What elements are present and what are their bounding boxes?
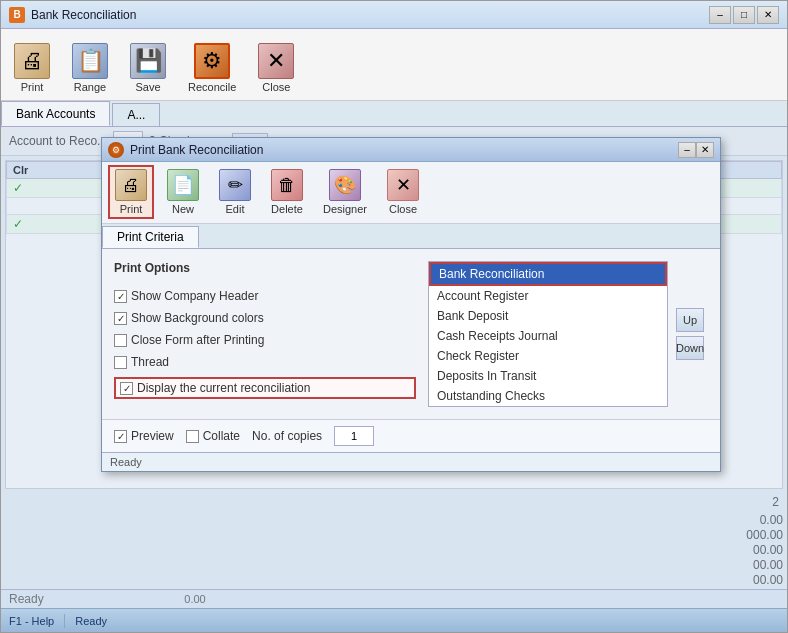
preview-checkbox[interactable]: ✓ Preview	[114, 429, 174, 443]
save-toolbar-icon: 💾	[130, 43, 166, 79]
minimize-button[interactable]: –	[709, 6, 731, 24]
show-company-header-label: Show Company Header	[131, 289, 258, 303]
app-icon: B	[9, 7, 25, 23]
footer-status: Ready	[75, 615, 107, 627]
print-toolbar-icon: 🖨	[14, 43, 50, 79]
collate-label: Collate	[203, 429, 240, 443]
report-item-cash-receipts-journal[interactable]: Cash Receipts Journal	[429, 326, 667, 346]
tab-adjustments[interactable]: A...	[112, 103, 160, 126]
show-bg-label: Show Background colors	[131, 311, 264, 325]
close-toolbar-label: Close	[262, 81, 290, 93]
copies-input[interactable]	[334, 426, 374, 446]
close-form-cb	[114, 334, 127, 347]
down-button[interactable]: Down	[676, 336, 704, 360]
close-form-checkbox[interactable]: Close Form after Printing	[114, 333, 264, 347]
modal-close-btn[interactable]: –	[678, 142, 696, 158]
modal-toolbar: 🖨 Print 📄 New ✏ Edit 🗑 Delete	[102, 162, 720, 224]
modal-print-button[interactable]: 🖨 Print	[108, 165, 154, 219]
modal-edit-icon: ✏	[219, 169, 251, 201]
display-current-label: Display the current reconciliation	[137, 381, 310, 395]
modal-designer-button[interactable]: 🎨 Designer	[316, 165, 374, 219]
title-bar: B Bank Reconciliation – □ ✕	[1, 1, 787, 29]
show-bg-colors-checkbox[interactable]: ✓ Show Background colors	[114, 311, 264, 325]
tab-bank-accounts[interactable]: Bank Accounts	[1, 101, 110, 126]
reconcile-toolbar-icon: ⚙	[194, 43, 230, 79]
option-show-company: ✓ Show Company Header	[114, 289, 416, 303]
modal-print-label: Print	[120, 203, 143, 215]
thread-label: Thread	[131, 355, 169, 369]
option-display-current: ✓ Display the current reconciliation	[114, 377, 416, 399]
modal-content: Print Options ✓ Show Company Header ✓ Sh…	[102, 249, 720, 419]
modal-designer-label: Designer	[323, 203, 367, 215]
title-bar-buttons: – □ ✕	[709, 6, 779, 24]
report-item-account-register[interactable]: Account Register	[429, 286, 667, 306]
save-toolbar-label: Save	[135, 81, 160, 93]
modal-title: Print Bank Reconciliation	[130, 143, 678, 157]
report-item-check-register[interactable]: Check Register	[429, 346, 667, 366]
modal-tab-print-criteria[interactable]: Print Criteria	[102, 226, 199, 248]
modal-delete-label: Delete	[271, 203, 303, 215]
modal-overlay: ⚙ Print Bank Reconciliation – ✕ 🖨 Print …	[1, 127, 787, 608]
modal-new-icon: 📄	[167, 169, 199, 201]
report-area: Bank Reconciliation Account Register Ban…	[428, 261, 708, 407]
modal-new-label: New	[172, 203, 194, 215]
modal-tabs: Print Criteria	[102, 224, 720, 249]
modal-print-icon: 🖨	[115, 169, 147, 201]
modal-close-toolbar-button[interactable]: ✕ Close	[380, 165, 426, 219]
modal-title-bar: ⚙ Print Bank Reconciliation – ✕	[102, 138, 720, 162]
maximize-button[interactable]: □	[733, 6, 755, 24]
print-toolbar-label: Print	[21, 81, 44, 93]
close-toolbar-icon: ✕	[258, 43, 294, 79]
footer-bar: F1 - Help Ready	[1, 608, 787, 632]
save-toolbar-button[interactable]: 💾 Save	[123, 40, 173, 96]
option-show-bg: ✓ Show Background colors	[114, 311, 416, 325]
range-toolbar-button[interactable]: 📋 Range	[65, 40, 115, 96]
close-main-button[interactable]: ✕	[757, 6, 779, 24]
thread-checkbox[interactable]: Thread	[114, 355, 169, 369]
modal-x-btn[interactable]: ✕	[696, 142, 714, 158]
thread-cb	[114, 356, 127, 369]
reconcile-toolbar-button[interactable]: ⚙ Reconcile	[181, 40, 243, 96]
display-current-checkbox[interactable]: ✓ Display the current reconciliation	[120, 381, 310, 395]
main-title: Bank Reconciliation	[31, 8, 709, 22]
modal-new-button[interactable]: 📄 New	[160, 165, 206, 219]
report-item-bank-deposit[interactable]: Bank Deposit	[429, 306, 667, 326]
close-toolbar-button[interactable]: ✕ Close	[251, 40, 301, 96]
modal-edit-label: Edit	[226, 203, 245, 215]
footer-separator	[64, 614, 65, 628]
modal-close-toolbar-label: Close	[389, 203, 417, 215]
modal-window: ⚙ Print Bank Reconciliation – ✕ 🖨 Print …	[101, 137, 721, 472]
modal-status: Ready	[102, 452, 720, 471]
show-company-header-cb: ✓	[114, 290, 127, 303]
collate-cb	[186, 430, 199, 443]
report-list: Bank Reconciliation Account Register Ban…	[429, 262, 667, 406]
copies-label: No. of copies	[252, 429, 322, 443]
print-toolbar-button[interactable]: 🖨 Print	[7, 40, 57, 96]
show-company-header-checkbox[interactable]: ✓ Show Company Header	[114, 289, 258, 303]
option-close-form: Close Form after Printing	[114, 333, 416, 347]
print-options-title: Print Options	[114, 261, 416, 275]
report-list-panel: Bank Reconciliation Account Register Ban…	[428, 261, 668, 407]
show-bg-cb: ✓	[114, 312, 127, 325]
modal-close-toolbar-icon: ✕	[387, 169, 419, 201]
modal-delete-button[interactable]: 🗑 Delete	[264, 165, 310, 219]
preview-cb: ✓	[114, 430, 127, 443]
report-item-bank-reconciliation[interactable]: Bank Reconciliation	[429, 262, 667, 286]
modal-title-icon: ⚙	[108, 142, 124, 158]
report-item-deposits-in-transit[interactable]: Deposits In Transit	[429, 366, 667, 386]
collate-checkbox[interactable]: Collate	[186, 429, 240, 443]
ud-buttons: Up Down	[672, 261, 708, 407]
modal-edit-button[interactable]: ✏ Edit	[212, 165, 258, 219]
display-current-cb: ✓	[120, 382, 133, 395]
report-item-outstanding-checks[interactable]: Outstanding Checks	[429, 386, 667, 406]
up-button[interactable]: Up	[676, 308, 704, 332]
modal-designer-icon: 🎨	[329, 169, 361, 201]
close-form-label: Close Form after Printing	[131, 333, 264, 347]
print-options-panel: Print Options ✓ Show Company Header ✓ Sh…	[114, 261, 416, 407]
content-area: Account to Reco... 3 Checks an... r All …	[1, 127, 787, 608]
modal-delete-icon: 🗑	[271, 169, 303, 201]
main-window: B Bank Reconciliation – □ ✕ 🖨 Print 📋 Ra…	[0, 0, 788, 633]
reconcile-toolbar-label: Reconcile	[188, 81, 236, 93]
help-link[interactable]: F1 - Help	[9, 615, 54, 627]
range-toolbar-icon: 📋	[72, 43, 108, 79]
